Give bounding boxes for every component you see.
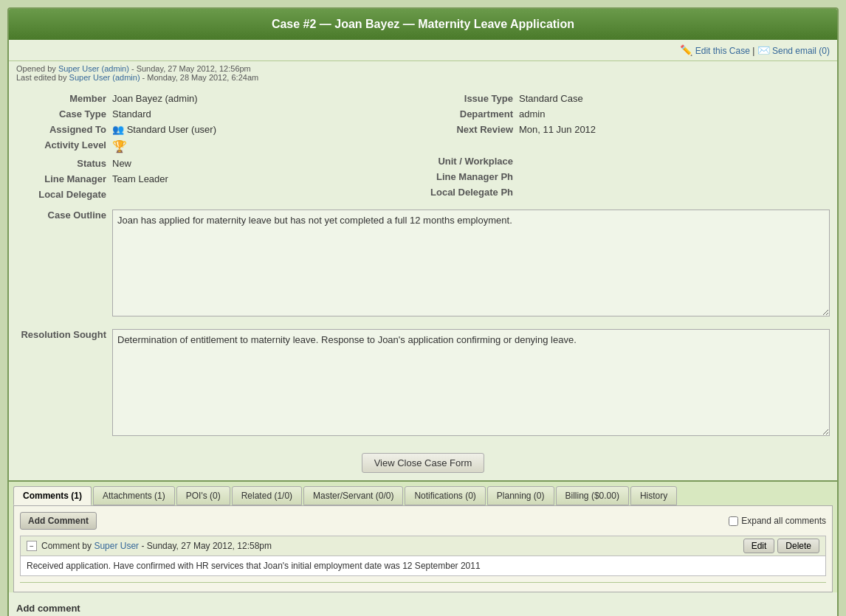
page-title: Case #2 — Joan Bayez — Maternity Leave A… xyxy=(9,9,837,40)
opened-by-user[interactable]: Super User (admin) xyxy=(58,64,129,73)
activity-icon: 🏆 xyxy=(112,140,127,153)
comment-block: − Comment by Super User - Sunday, 27 May… xyxy=(20,536,826,576)
edit-comment-button[interactable]: Edit xyxy=(743,539,775,553)
tab-attachments[interactable]: Attachments (1) xyxy=(93,486,175,505)
case-type-field: Case Type Standard xyxy=(16,106,423,122)
department-label: Department xyxy=(423,108,519,120)
title-text: Case #2 — Joan Bayez — Maternity Leave A… xyxy=(272,18,574,30)
edit-case-link[interactable]: Edit this Case xyxy=(695,46,750,56)
close-case-btn-row: View Close Case Form xyxy=(9,446,837,480)
member-label: Member xyxy=(16,93,112,104)
case-outline-textarea[interactable] xyxy=(112,210,830,316)
tab-content-comments: Add Comment Expand all comments − Commen… xyxy=(13,505,833,592)
comment-date: - Sunday, 27 May 2012, 12:58pm xyxy=(141,541,272,551)
meta-info: Opened by Super User (admin) - Sunday, 2… xyxy=(9,61,837,86)
unit-workplace-label: Unit / Workplace xyxy=(423,156,519,167)
assigned-to-label: Assigned To xyxy=(16,124,112,135)
case-outline-label: Case Outline xyxy=(16,210,112,319)
add-comment-button[interactable]: Add Comment xyxy=(20,512,97,530)
left-fields: Member Joan Bayez (admin) Case Type Stan… xyxy=(16,91,423,202)
line-manager-ph-field: Line Manager Ph xyxy=(423,169,830,184)
resolution-sought-textarea[interactable] xyxy=(112,329,830,436)
comment-prefix: Comment by xyxy=(41,541,92,551)
expand-comments-checkbox[interactable] xyxy=(729,516,738,526)
case-outline-row: Case Outline xyxy=(16,207,830,322)
comment-toggle[interactable]: − xyxy=(27,541,37,551)
page-wrapper: Case #2 — Joan Bayez — Maternity Leave A… xyxy=(0,0,846,616)
email-icon: ✉️ xyxy=(757,44,770,56)
line-manager-ph-label: Line Manager Ph xyxy=(423,171,519,182)
status-field: Status New xyxy=(16,156,423,171)
comment-body: Received application. Have confirmed wit… xyxy=(21,556,825,575)
fields-grid: Member Joan Bayez (admin) Case Type Stan… xyxy=(16,91,830,202)
comment-actions: Edit Delete xyxy=(743,539,819,553)
case-type-label: Case Type xyxy=(16,108,112,120)
expand-comments-label: Expand all comments xyxy=(741,516,826,526)
line-manager-value: Team Leader xyxy=(112,173,168,184)
tabs-row: Comments (1) Attachments (1) POI's (0) R… xyxy=(9,482,837,505)
issue-type-value: Standard Case xyxy=(519,93,583,104)
add-comment-title: Add comment xyxy=(16,603,830,614)
tab-planning[interactable]: Planning (0) xyxy=(487,486,554,505)
resolution-sought-row: Resolution Sought xyxy=(16,326,830,441)
tabs-container: Comments (1) Attachments (1) POI's (0) R… xyxy=(9,480,837,592)
case-outline-container xyxy=(112,210,830,319)
next-review-field: Next Review Mon, 11 Jun 2012 xyxy=(423,122,830,137)
tab-pois[interactable]: POI's (0) xyxy=(176,486,230,505)
activity-level-field: Activity Level 🏆 xyxy=(16,137,423,156)
last-edited-prefix: Last edited by xyxy=(16,73,67,82)
last-edited-date: - Monday, 28 May 2012, 6:24am xyxy=(142,73,259,82)
add-comment-row: Add Comment Expand all comments xyxy=(20,512,826,530)
status-value: New xyxy=(112,158,131,169)
local-delegate-ph-label: Local Delegate Ph xyxy=(423,187,519,198)
spacer-row xyxy=(423,137,830,153)
assigned-to-value: 👥 Standard User (user) xyxy=(112,124,216,135)
comment-author[interactable]: Super User xyxy=(94,541,139,551)
department-value: admin xyxy=(519,108,545,120)
issue-type-field: Issue Type Standard Case xyxy=(423,91,830,106)
department-field: Department admin xyxy=(423,106,830,122)
delete-comment-button[interactable]: Delete xyxy=(777,539,819,553)
view-close-case-form-button[interactable]: View Close Case Form xyxy=(362,453,485,473)
member-value: Joan Bayez (admin) xyxy=(112,93,198,104)
unit-workplace-field: Unit / Workplace xyxy=(423,153,830,169)
edit-icon: ✏️ xyxy=(680,44,692,56)
line-manager-field: Line Manager Team Leader xyxy=(16,171,423,187)
local-delegate-field: Local Delegate xyxy=(16,187,423,202)
local-delegate-ph-field: Local Delegate Ph xyxy=(423,184,830,200)
local-delegate-label: Local Delegate xyxy=(16,189,112,200)
tab-master-servant[interactable]: Master/Servant (0/0) xyxy=(303,486,403,505)
line-manager-label: Line Manager xyxy=(16,173,112,184)
tab-history[interactable]: History xyxy=(630,486,677,505)
next-review-label: Next Review xyxy=(423,124,519,135)
resolution-sought-label: Resolution Sought xyxy=(16,329,112,438)
member-field: Member Joan Bayez (admin) xyxy=(16,91,423,106)
tab-comments[interactable]: Comments (1) xyxy=(13,486,92,505)
expand-comments-container: Expand all comments xyxy=(729,516,826,526)
case-type-value: Standard xyxy=(112,108,151,120)
comment-header: − Comment by Super User - Sunday, 27 May… xyxy=(21,536,825,556)
add-comment-section: Add comment xyxy=(9,597,837,616)
right-fields: Issue Type Standard Case Department admi… xyxy=(423,91,830,202)
issue-type-label: Issue Type xyxy=(423,93,519,104)
opened-by-prefix: Opened by xyxy=(16,64,56,73)
main-container: Case #2 — Joan Bayez — Maternity Leave A… xyxy=(7,7,839,616)
case-details: Member Joan Bayez (admin) Case Type Stan… xyxy=(9,86,837,446)
top-actions: ✏️ Edit this Case | ✉️ Send email (0) xyxy=(9,40,837,61)
tab-related[interactable]: Related (1/0) xyxy=(232,486,302,505)
status-label: Status xyxy=(16,158,112,169)
comment-meta: Comment by Super User - Sunday, 27 May 2… xyxy=(41,541,272,551)
activity-level-value: 🏆 xyxy=(112,139,127,153)
assigned-icon: 👥 xyxy=(112,124,124,135)
tab-notifications[interactable]: Notifications (0) xyxy=(405,486,485,505)
opened-date: - Sunday, 27 May 2012, 12:56pm xyxy=(131,64,251,73)
send-email-link[interactable]: Send email (0) xyxy=(772,46,830,56)
activity-level-label: Activity Level xyxy=(16,139,112,150)
comment-header-left: − Comment by Super User - Sunday, 27 May… xyxy=(27,541,272,551)
last-edited-user[interactable]: Super User (admin) xyxy=(69,73,140,82)
assigned-to-field: Assigned To 👥 Standard User (user) xyxy=(16,122,423,137)
next-review-value: Mon, 11 Jun 2012 xyxy=(519,124,596,135)
tab-billing[interactable]: Billing ($0.00) xyxy=(556,486,629,505)
comment-separator xyxy=(20,582,826,583)
resolution-sought-container xyxy=(112,329,830,438)
